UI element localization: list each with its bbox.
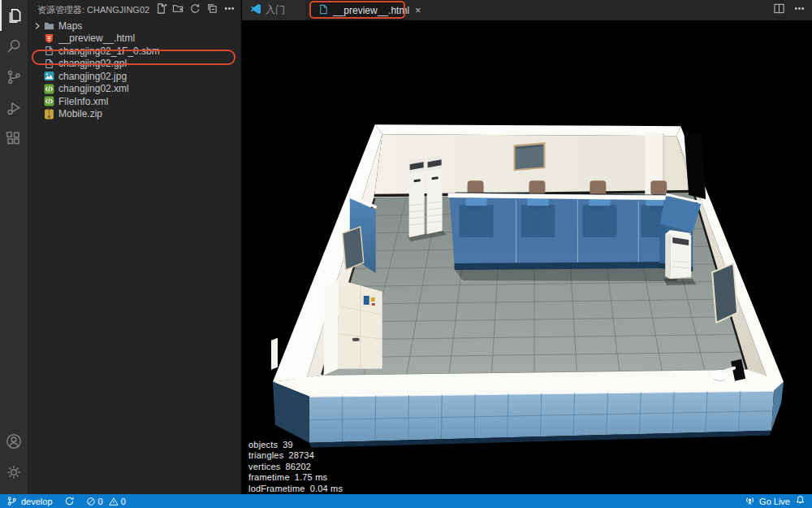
notifications-bell-icon[interactable] — [795, 495, 806, 507]
explorer-header: 资源管理器: CHANGJING02 — [28, 0, 240, 20]
tree-item-gpl[interactable]: changjing02.gpl — [28, 58, 240, 71]
xml-file-icon — [44, 96, 54, 106]
tab-bar: 入门 __preview__.html × — [242, 0, 812, 20]
explorer-icon[interactable] — [0, 0, 28, 31]
go-live-label: Go Live — [759, 497, 790, 506]
vscode-logo-icon — [250, 3, 261, 17]
extensions-icon[interactable] — [0, 124, 28, 154]
tree-item-fileinfo-xml[interactable]: FileInfo.xml — [28, 95, 240, 108]
zip-file-icon — [44, 109, 54, 119]
xml-file-icon — [44, 84, 54, 94]
settings-gear-icon[interactable] — [0, 457, 28, 488]
branch-icon — [6, 496, 17, 506]
stat-frametime: frametime1.75 ms — [248, 472, 343, 483]
run-debug-icon[interactable] — [0, 93, 28, 124]
go-live-button[interactable]: Go Live — [745, 496, 790, 506]
tree-item-preview-html[interactable]: __preview__.html — [28, 33, 240, 46]
status-bar: develop 0 0 Go Live — [0, 494, 812, 508]
search-icon[interactable] — [0, 31, 28, 62]
preview-viewport: objects39 triangles28734 vertices86202 f… — [242, 20, 812, 494]
stat-lodframetime: lodFrametime0.04 ms — [248, 484, 343, 494]
more-actions-icon[interactable] — [223, 2, 235, 18]
vscode-window: 资源管理器: CHANGJING02 Maps __preview__.html — [0, 0, 812, 508]
collapse-all-icon[interactable] — [206, 2, 218, 18]
error-count: 0 — [98, 497, 103, 506]
tree-item-maps-folder[interactable]: Maps — [28, 20, 240, 33]
account-icon[interactable] — [0, 426, 28, 457]
file-icon — [44, 46, 54, 56]
stat-objects: objects39 — [248, 440, 343, 450]
new-file-icon[interactable] — [155, 2, 167, 18]
source-control-icon[interactable] — [0, 62, 28, 93]
tree-item-sbm[interactable]: changjing02_1F_0.sbm — [28, 45, 240, 58]
refresh-icon[interactable] — [189, 2, 201, 18]
file-icon — [318, 4, 329, 17]
file-tree: Maps __preview__.html changjing02_1F_0.s… — [28, 20, 240, 120]
explorer-title: 资源管理器: CHANGJING02 — [37, 4, 155, 16]
close-tab-icon[interactable]: × — [415, 4, 421, 16]
error-icon — [86, 497, 96, 506]
folder-icon — [44, 20, 54, 31]
file-icon — [44, 59, 54, 69]
tree-item-jpg[interactable]: changjing02.jpg — [28, 70, 240, 83]
new-folder-icon[interactable] — [172, 2, 184, 18]
stat-vertices: vertices86202 — [248, 462, 343, 472]
image-file-icon — [44, 71, 54, 81]
broadcast-icon — [745, 496, 755, 506]
chevron-right-icon — [33, 21, 41, 33]
branch-label: develop — [21, 497, 53, 506]
tree-item-mobile-zip[interactable]: Mobile.zip — [28, 108, 240, 121]
activity-bar — [0, 0, 28, 494]
warning-count: 0 — [121, 497, 126, 506]
sync-icon — [64, 496, 75, 506]
tree-item-xml[interactable]: changjing02.xml — [28, 83, 240, 96]
split-editor-icon[interactable] — [773, 2, 785, 18]
render-stats: objects39 triangles28734 vertices86202 f… — [248, 440, 343, 494]
stat-triangles: triangles28734 — [248, 450, 343, 461]
warning-icon — [109, 497, 119, 506]
tab-getting-started[interactable]: 入门 — [242, 0, 305, 20]
problems-indicator[interactable]: 0 0 — [86, 497, 126, 506]
html-file-icon — [44, 33, 54, 44]
explorer-sidebar: 资源管理器: CHANGJING02 Maps __preview__.html — [28, 0, 241, 494]
3d-room-preview[interactable] — [242, 20, 812, 494]
tab-preview-html[interactable]: __preview__.html × — [310, 0, 404, 20]
editor-group: 入门 __preview__.html × — [242, 0, 812, 494]
sync-button[interactable] — [64, 496, 75, 506]
more-actions-icon[interactable] — [793, 2, 806, 18]
branch-indicator[interactable]: develop — [6, 496, 53, 506]
